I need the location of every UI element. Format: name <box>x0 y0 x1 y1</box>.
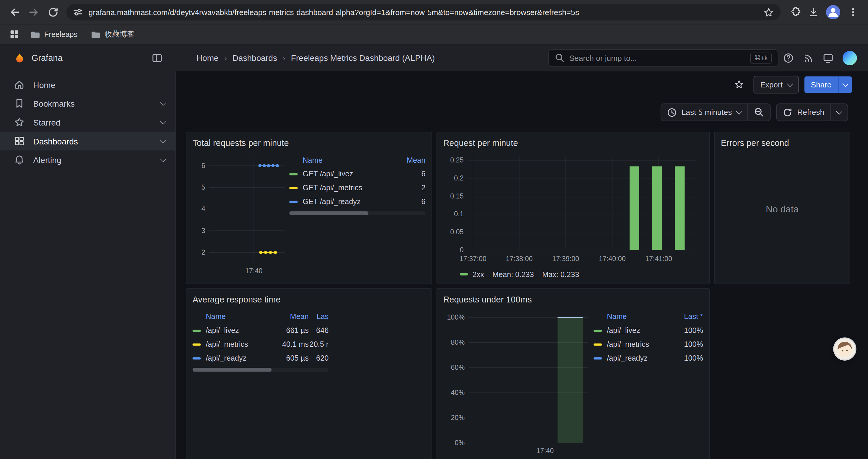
panel-title[interactable]: Total requests per minute <box>193 136 426 151</box>
extensions-button[interactable] <box>785 3 804 22</box>
series-color-dash <box>289 173 298 175</box>
series-color-dash <box>460 273 468 275</box>
series-mean: 6 <box>396 197 426 205</box>
breadcrumb-dashboards[interactable]: Dashboards <box>232 53 277 63</box>
series-name[interactable]: GET /api/_metrics <box>303 184 396 192</box>
legend-header: Name Mean Las <box>193 309 329 324</box>
display-button[interactable] <box>818 48 838 68</box>
bookmark-folder-blogs[interactable]: 收藏博客 <box>86 27 140 42</box>
legend-col-last[interactable]: Last * <box>675 312 703 321</box>
chevron-down-icon[interactable] <box>160 137 166 143</box>
legend-col-name[interactable]: Name <box>593 312 674 321</box>
sidebar-item-home[interactable]: Home <box>0 75 176 94</box>
favorite-dashboard-button[interactable] <box>730 76 748 93</box>
news-button[interactable] <box>798 48 818 68</box>
legend-table: Name Last * /api/_livez 100% /api/_metri… <box>593 309 703 458</box>
site-settings-icon[interactable] <box>73 7 83 17</box>
scrollbar-thumb[interactable] <box>289 211 368 215</box>
series-name[interactable]: GET /api/_readyz <box>303 197 396 205</box>
bookmark-star-icon[interactable] <box>764 7 774 18</box>
sidebar-toggle-button[interactable] <box>147 48 167 68</box>
sidebar-item-starred[interactable]: Starred <box>0 113 176 132</box>
search-input[interactable]: Search or jump to... ⌘+k <box>548 49 778 67</box>
series-name[interactable]: GET /api/_livez <box>303 170 396 178</box>
series-color-dash <box>193 329 201 331</box>
chevron-down-icon[interactable] <box>160 119 166 125</box>
series-name[interactable]: /api/_livez <box>206 326 276 335</box>
url-bar[interactable]: grafana.mathmast.com/d/deytv4rwavabkb/fr… <box>66 4 780 21</box>
forward-button[interactable] <box>24 3 43 22</box>
bell-icon <box>14 154 25 165</box>
legend-row[interactable]: /api/_readyz 605 µs 620 <box>193 351 329 365</box>
browser-menu-button[interactable] <box>844 3 863 22</box>
panel-title[interactable]: Request per minute <box>443 136 703 151</box>
panel-title[interactable]: Average response time <box>193 293 426 307</box>
url-text[interactable]: grafana.mathmast.com/d/deytv4rwavabkb/fr… <box>89 8 758 17</box>
sidebar-item-label: Starred <box>33 118 60 127</box>
zoom-out-button[interactable] <box>748 104 770 121</box>
chevron-down-icon[interactable] <box>160 100 166 106</box>
panel-title[interactable]: Errors per second <box>721 136 844 151</box>
share-label[interactable]: Share <box>804 76 838 93</box>
legend-scrollbar[interactable] <box>289 211 426 215</box>
legend-row[interactable]: /api/_livez 661 µs 646 <box>193 323 329 337</box>
series-name[interactable]: /api/_livez <box>607 326 674 335</box>
downloads-button[interactable] <box>804 3 823 22</box>
sidebar-item-bookmarks[interactable]: Bookmarks <box>0 94 176 113</box>
bookmark-icon <box>14 98 25 109</box>
panel-title[interactable]: Requests under 100ms <box>443 293 703 307</box>
legend-col-mean[interactable]: Mean <box>276 312 309 321</box>
export-button[interactable]: Export <box>754 76 799 94</box>
bookmark-folder-freeleaps[interactable]: Freeleaps <box>25 28 83 41</box>
panel-toggle-icon <box>152 52 162 63</box>
grafana-logo[interactable] <box>13 52 26 64</box>
back-button[interactable] <box>6 3 25 22</box>
chevron-down-icon <box>836 108 842 114</box>
legend-row[interactable]: /api/_metrics 100% <box>593 337 703 351</box>
request-per-minute-chart[interactable]: 0.250.20.150.10.05017:37:0017:38:0017:39… <box>443 152 703 266</box>
series-last: 620 <box>309 354 329 362</box>
breadcrumb-home[interactable]: Home <box>196 53 219 63</box>
svg-text:0.2: 0.2 <box>454 174 464 182</box>
user-avatar[interactable] <box>843 51 857 65</box>
share-menu-button[interactable] <box>838 76 852 93</box>
legend-row[interactable]: /api/_livez 100% <box>593 323 703 337</box>
requests-under-100ms-chart[interactable]: 100%80%60%40%20%0%17:40 <box>443 308 593 458</box>
scrollbar-thumb[interactable] <box>193 368 272 371</box>
time-range-picker[interactable]: Last 5 minutes <box>661 104 747 121</box>
series-name[interactable]: /api/_readyz <box>607 354 674 362</box>
bookmarks-bar: Freeleaps 收藏博客 <box>0 24 868 44</box>
legend-row[interactable]: GET /api/_readyz 6 <box>289 195 426 208</box>
legend-scrollbar[interactable] <box>193 368 329 371</box>
legend-row[interactable]: GET /api/_metrics 2 <box>289 181 426 195</box>
series-name[interactable]: /api/_readyz <box>206 354 276 362</box>
legend-col-name[interactable]: Name <box>289 156 396 164</box>
legend-col-mean[interactable]: Mean <box>396 156 426 164</box>
sidebar-item-dashboards[interactable]: Dashboards <box>0 132 176 151</box>
refresh-button[interactable]: Refresh <box>777 104 831 121</box>
refresh-interval-button[interactable] <box>831 104 848 121</box>
svg-text:5: 5 <box>202 184 205 191</box>
share-button[interactable]: Share <box>804 76 852 93</box>
help-button[interactable] <box>778 48 798 68</box>
sidebar-item-alerting[interactable]: Alerting <box>0 150 176 169</box>
legend-line[interactable]: 2xx Mean: 0.233 Max: 0.233 <box>443 268 703 281</box>
series-name[interactable]: 2xx <box>472 270 484 278</box>
apps-grid-button[interactable] <box>6 27 22 42</box>
series-name[interactable]: /api/_metrics <box>607 340 674 349</box>
legend-row[interactable]: /api/_metrics 40.1 ms 20.5 r <box>193 337 329 351</box>
total-requests-chart[interactable]: 6543217:40 <box>193 152 289 277</box>
grafana-header: Grafana Home › Dashboards › Freeleaps Me… <box>0 45 868 71</box>
legend-row[interactable]: GET /api/_livez 6 <box>289 167 426 181</box>
apps-grid-icon <box>9 29 20 39</box>
assistant-avatar[interactable] <box>834 338 855 359</box>
reload-button[interactable] <box>43 3 62 22</box>
chevron-down-icon <box>787 80 793 87</box>
browser-profile-avatar[interactable] <box>826 5 840 20</box>
legend-col-last[interactable]: Las <box>309 312 329 321</box>
chevron-down-icon[interactable] <box>160 156 166 162</box>
series-name[interactable]: /api/_metrics <box>206 340 276 349</box>
avg-response-time-chart[interactable]: Name Mean Las /api/_livez 661 µs 646 <box>193 308 289 458</box>
legend-row[interactable]: /api/_readyz 100% <box>593 351 703 365</box>
legend-col-name[interactable]: Name <box>193 312 276 321</box>
